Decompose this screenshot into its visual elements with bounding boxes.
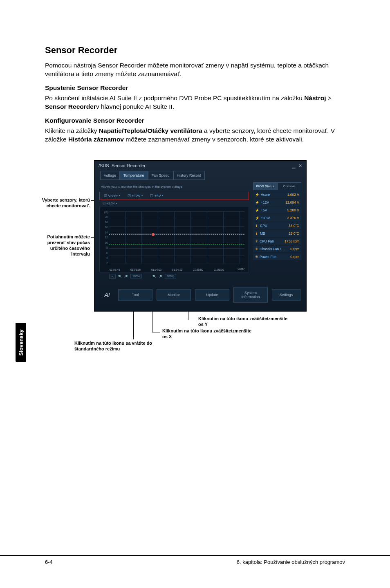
zoom-x-in-icon[interactable]: 🔎 bbox=[124, 275, 128, 278]
stat-value: 12.094 V bbox=[285, 200, 299, 204]
stat-name: CPU Fan bbox=[260, 239, 274, 243]
y-label: 4 bbox=[101, 256, 108, 259]
stat-row: ⚡+5V5.200 V bbox=[253, 207, 301, 213]
reset-zoom-button[interactable]: ⤾ bbox=[109, 274, 116, 279]
text: Po skončení inštalácie AI Suite II z pod… bbox=[45, 94, 304, 101]
chart-y-labels: (V) 20 18 16 14 12 10 8 6 4 2 bbox=[101, 211, 108, 265]
leader-line bbox=[188, 320, 196, 320]
stat-value: 3.376 V bbox=[287, 216, 299, 220]
stat-name: +5V bbox=[261, 208, 267, 212]
bolt-icon: ⚡ bbox=[255, 193, 260, 197]
zoom-y-in-icon[interactable]: 🔎 bbox=[159, 275, 162, 278]
heading-launch: Spustenie Sensor Recorder bbox=[45, 84, 345, 92]
y-label: 20 bbox=[101, 215, 108, 218]
settings-button[interactable]: Settings bbox=[272, 289, 300, 301]
page-number: 6-4 bbox=[45, 559, 53, 565]
fan-icon: ✳ bbox=[255, 255, 258, 259]
sensor-5v-checkbox[interactable]: ☐ +5V • bbox=[150, 194, 163, 198]
stat-row: ⚡+3.3V3.376 V bbox=[253, 215, 301, 221]
tab-bios-status[interactable]: BIOS Status bbox=[253, 182, 277, 190]
text: môžete zaznamenávať zmeny v senzoroch, k… bbox=[124, 136, 304, 143]
zoom-toolbar: ⤾ 🔍 🔎 100% 🔍 🔎 100% bbox=[99, 272, 249, 279]
chart-grid bbox=[109, 211, 244, 264]
stat-value: 29.0°C bbox=[289, 231, 299, 236]
y-label: 14 bbox=[101, 231, 108, 234]
chapter-title: 6. kapitola: Používanie obslužných progr… bbox=[237, 559, 345, 565]
bolt-icon: ⚡ bbox=[255, 200, 260, 204]
intro-paragraph: Pomocou nástroja Sensor Recorder môžete … bbox=[45, 61, 345, 79]
stat-row: ⚡Vcore1.002 V bbox=[253, 191, 301, 198]
tool-button[interactable]: Tool bbox=[118, 289, 152, 301]
bold-sensor-recorder: Sensor Recorder bbox=[45, 103, 96, 110]
y-label: 6 bbox=[101, 251, 108, 254]
stat-row: 🌡CPU36.0°C bbox=[253, 222, 301, 229]
stat-row: ✳Power Fan0 rpm bbox=[253, 254, 301, 260]
bolt-icon: ⚡ bbox=[255, 208, 260, 212]
heading-configure: Konfigurovanie Sensor Recorder bbox=[45, 117, 345, 124]
ai-logo-icon: AI bbox=[100, 292, 114, 298]
page-footer: 6-4 6. kapitola: Používanie obslužných p… bbox=[0, 555, 390, 565]
update-button[interactable]: Update bbox=[195, 289, 229, 301]
tab-fan-speed[interactable]: Fan Speed bbox=[148, 171, 173, 180]
stat-row: ✳Chassis Fan 10 rpm bbox=[253, 246, 301, 252]
callout-reset-zoom: Kliknutím na túto ikonu sa vrátite do št… bbox=[74, 340, 164, 352]
sensor-checkbox-row[interactable]: ☑ Vcore • ☑ +12V • ☐ +5V • bbox=[99, 192, 249, 200]
x-label: 01:54:10 bbox=[172, 268, 182, 271]
monitor-button[interactable]: Monitor bbox=[157, 289, 191, 301]
fan-icon: ✳ bbox=[255, 247, 258, 251]
stat-name: CPU bbox=[260, 224, 267, 228]
tab-console[interactable]: Console bbox=[277, 182, 301, 190]
bottom-toolbar: AI Tool Monitor Update System Informatio… bbox=[94, 283, 306, 307]
leader-line bbox=[133, 312, 134, 339]
y-label: (V) bbox=[101, 211, 108, 213]
thermometer-icon: 🌡 bbox=[255, 231, 259, 236]
stat-value: 5.200 V bbox=[287, 208, 299, 212]
page-title: Sensor Recorder bbox=[45, 45, 345, 56]
y-label: 18 bbox=[101, 221, 108, 224]
screenshot-sensor-recorder: /SUS Sensor Recorder ▁ ✕ Voltage Tempera… bbox=[94, 160, 307, 312]
status-panel: BIOS Status Console ⚡Vcore1.002 V ⚡+12V1… bbox=[253, 182, 301, 279]
sensor-vcore-checkbox[interactable]: ☑ Vcore • bbox=[104, 194, 120, 198]
minimize-icon[interactable]: ▁ bbox=[292, 163, 295, 168]
clear-button[interactable]: Clear bbox=[238, 267, 244, 270]
leader-line bbox=[152, 312, 152, 332]
window-title: Sensor Recorder bbox=[112, 163, 146, 168]
stat-row: 🌡MB29.0°C bbox=[253, 230, 301, 237]
stat-name: Power Fan bbox=[260, 255, 276, 259]
text: v hlavnej ponuke AI Suite II. bbox=[96, 103, 174, 110]
tab-history-record[interactable]: History Record bbox=[173, 171, 205, 180]
sensor-3v-checkbox[interactable]: ☑ +3.3V • bbox=[99, 202, 249, 205]
chart-area[interactable]: (V) 20 18 16 14 12 10 8 6 4 2 bbox=[99, 207, 249, 272]
sensor-12v-checkbox[interactable]: ☑ +12V • bbox=[128, 194, 143, 198]
stat-name: Chassis Fan 1 bbox=[260, 247, 282, 251]
stat-value: 36.0°C bbox=[289, 224, 299, 228]
text: Kliknite na záložky bbox=[45, 127, 99, 134]
leader-line bbox=[152, 332, 160, 332]
zoom-y-out-icon[interactable]: 🔍 bbox=[152, 275, 156, 278]
text: > bbox=[326, 94, 332, 101]
zoom-y-value: 100% bbox=[165, 274, 176, 278]
callout-zoom-y: Kliknutím na túto ikonu zväčšite/zmenšit… bbox=[198, 316, 288, 328]
y-label: 10 bbox=[101, 241, 108, 244]
leader-line bbox=[188, 312, 188, 320]
tab-voltage[interactable]: Voltage bbox=[100, 171, 120, 180]
chart-series-green bbox=[109, 245, 244, 245]
stat-value: 0 rpm bbox=[290, 247, 299, 251]
close-icon[interactable]: ✕ bbox=[298, 163, 302, 168]
system-information-button[interactable]: System Information bbox=[233, 287, 268, 303]
stat-value: 0 rpm bbox=[290, 255, 299, 259]
x-label: 01:55:10 bbox=[214, 268, 224, 271]
y-label: 16 bbox=[101, 226, 108, 229]
figure-area: Vyberte senzory, ktorú chcete monitorova… bbox=[45, 160, 345, 365]
callout-zoom-x: Kliknutím na túto ikonu zväčšite/zmenšit… bbox=[162, 328, 252, 340]
x-label: 01:55:00 bbox=[193, 268, 203, 271]
stat-value: 1736 rpm bbox=[285, 239, 299, 243]
zoom-x-out-icon[interactable]: 🔍 bbox=[118, 275, 122, 278]
tab-temperature[interactable]: Temperature bbox=[120, 171, 148, 180]
bolt-icon: ⚡ bbox=[255, 216, 260, 220]
x-label: 01:53:56 bbox=[130, 268, 141, 271]
bold-history: História záznamov bbox=[68, 136, 124, 143]
zoom-x-value: 100% bbox=[130, 274, 142, 278]
callout-select-sensors: Vyberte senzory, ktorú chcete monitorova… bbox=[41, 197, 90, 209]
stat-row: ⚡+12V12.094 V bbox=[253, 199, 301, 206]
